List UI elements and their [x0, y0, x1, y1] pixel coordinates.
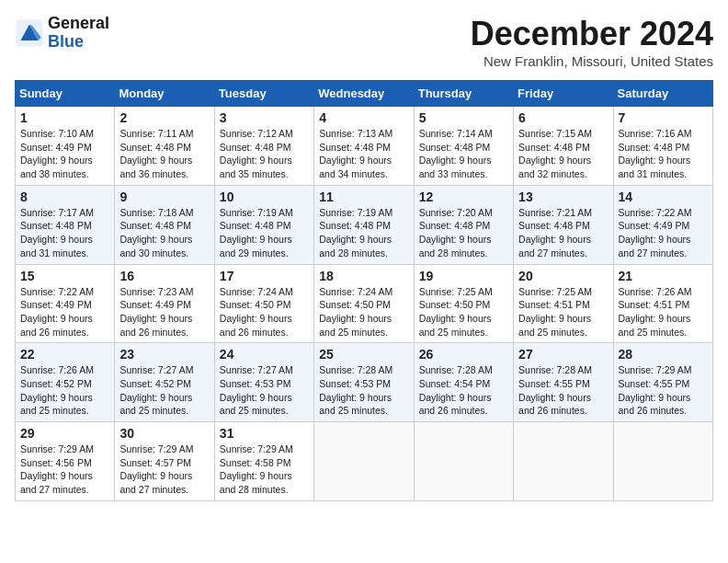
day-number: 22 — [20, 347, 109, 362]
header-day: Saturday — [613, 81, 712, 107]
header-day: Wednesday — [314, 81, 414, 107]
day-number: 3 — [220, 110, 309, 125]
day-number: 29 — [20, 426, 109, 441]
day-number: 9 — [119, 190, 209, 204]
calendar-week-row: 22 Sunrise: 7:26 AMSunset: 4:52 PMDaylig… — [16, 343, 713, 422]
calendar-cell: 6 Sunrise: 7:15 AMSunset: 4:48 PMDayligh… — [514, 107, 613, 186]
logo-line2: Blue — [48, 32, 84, 51]
calendar-cell: 28 Sunrise: 7:29 AMSunset: 4:55 PMDaylig… — [613, 343, 712, 422]
calendar-cell: 16 Sunrise: 7:23 AMSunset: 4:49 PMDaylig… — [115, 264, 214, 343]
day-info: Sunrise: 7:19 AMSunset: 4:48 PMDaylight:… — [319, 207, 392, 259]
calendar-cell: 5 Sunrise: 7:14 AMSunset: 4:48 PMDayligh… — [414, 107, 513, 186]
calendar-cell — [414, 422, 513, 501]
day-info: Sunrise: 7:28 AMSunset: 4:54 PMDaylight:… — [419, 364, 493, 416]
day-number: 14 — [619, 190, 708, 204]
calendar-week-row: 15 Sunrise: 7:22 AMSunset: 4:49 PMDaylig… — [16, 264, 713, 343]
day-info: Sunrise: 7:29 AMSunset: 4:57 PMDaylight:… — [119, 443, 193, 495]
calendar-cell — [314, 422, 414, 501]
day-info: Sunrise: 7:24 AMSunset: 4:50 PMDaylight:… — [220, 286, 293, 338]
calendar-week-row: 1 Sunrise: 7:10 AMSunset: 4:49 PMDayligh… — [16, 107, 713, 186]
calendar-cell: 12 Sunrise: 7:20 AMSunset: 4:48 PMDaylig… — [414, 185, 513, 264]
logo-text: General Blue — [48, 15, 109, 52]
calendar-cell: 31 Sunrise: 7:29 AMSunset: 4:58 PMDaylig… — [214, 422, 313, 501]
day-number: 18 — [319, 269, 408, 283]
title-block: December 2024 New Franklin, Missouri, Un… — [471, 15, 713, 69]
calendar-cell: 11 Sunrise: 7:19 AMSunset: 4:48 PMDaylig… — [314, 185, 414, 264]
calendar-week-row: 29 Sunrise: 7:29 AMSunset: 4:56 PMDaylig… — [16, 422, 713, 501]
calendar-table: SundayMondayTuesdayWednesdayThursdayFrid… — [15, 80, 713, 501]
day-info: Sunrise: 7:26 AMSunset: 4:52 PMDaylight:… — [20, 364, 94, 416]
calendar-cell: 10 Sunrise: 7:19 AMSunset: 4:48 PMDaylig… — [214, 185, 313, 264]
calendar-cell: 19 Sunrise: 7:25 AMSunset: 4:50 PMDaylig… — [414, 264, 513, 343]
day-number: 25 — [319, 347, 408, 362]
day-number: 17 — [220, 269, 309, 283]
day-info: Sunrise: 7:26 AMSunset: 4:51 PMDaylight:… — [619, 286, 692, 338]
calendar-cell: 2 Sunrise: 7:11 AMSunset: 4:48 PMDayligh… — [115, 107, 214, 186]
day-number: 30 — [119, 426, 209, 441]
calendar-cell: 30 Sunrise: 7:29 AMSunset: 4:57 PMDaylig… — [115, 422, 214, 501]
day-info: Sunrise: 7:29 AMSunset: 4:55 PMDaylight:… — [619, 364, 692, 416]
calendar-cell: 15 Sunrise: 7:22 AMSunset: 4:49 PMDaylig… — [16, 264, 115, 343]
logo: General Blue — [15, 15, 109, 52]
header-day: Tuesday — [214, 81, 313, 107]
calendar-cell: 22 Sunrise: 7:26 AMSunset: 4:52 PMDaylig… — [16, 343, 115, 422]
day-info: Sunrise: 7:24 AMSunset: 4:50 PMDaylight:… — [319, 286, 392, 338]
day-number: 20 — [518, 269, 608, 283]
day-info: Sunrise: 7:18 AMSunset: 4:48 PMDaylight:… — [119, 207, 193, 259]
calendar-cell: 1 Sunrise: 7:10 AMSunset: 4:49 PMDayligh… — [16, 107, 115, 186]
day-number: 8 — [20, 190, 109, 204]
logo-line1: General — [48, 14, 109, 32]
day-info: Sunrise: 7:23 AMSunset: 4:49 PMDaylight:… — [119, 286, 193, 338]
calendar-cell: 24 Sunrise: 7:27 AMSunset: 4:53 PMDaylig… — [214, 343, 313, 422]
calendar-cell: 21 Sunrise: 7:26 AMSunset: 4:51 PMDaylig… — [613, 264, 712, 343]
header-row: SundayMondayTuesdayWednesdayThursdayFrid… — [16, 81, 713, 107]
header-day: Thursday — [414, 81, 513, 107]
day-info: Sunrise: 7:19 AMSunset: 4:48 PMDaylight:… — [220, 207, 293, 259]
day-info: Sunrise: 7:28 AMSunset: 4:53 PMDaylight:… — [319, 364, 392, 416]
day-number: 11 — [319, 190, 408, 204]
calendar-cell: 9 Sunrise: 7:18 AMSunset: 4:48 PMDayligh… — [115, 185, 214, 264]
day-info: Sunrise: 7:15 AMSunset: 4:48 PMDaylight:… — [518, 128, 592, 179]
day-number: 23 — [119, 347, 209, 362]
calendar-cell: 23 Sunrise: 7:27 AMSunset: 4:52 PMDaylig… — [115, 343, 214, 422]
calendar-cell — [613, 422, 712, 501]
day-info: Sunrise: 7:21 AMSunset: 4:48 PMDaylight:… — [518, 207, 592, 259]
day-number: 27 — [518, 347, 608, 362]
day-info: Sunrise: 7:10 AMSunset: 4:49 PMDaylight:… — [20, 128, 94, 179]
calendar-cell: 14 Sunrise: 7:22 AMSunset: 4:49 PMDaylig… — [613, 185, 712, 264]
day-info: Sunrise: 7:22 AMSunset: 4:49 PMDaylight:… — [20, 286, 94, 338]
calendar-cell: 25 Sunrise: 7:28 AMSunset: 4:53 PMDaylig… — [314, 343, 414, 422]
location: New Franklin, Missouri, United States — [471, 53, 713, 69]
header-day: Monday — [115, 81, 214, 107]
day-number: 1 — [20, 110, 109, 125]
day-info: Sunrise: 7:20 AMSunset: 4:48 PMDaylight:… — [419, 207, 493, 259]
day-number: 5 — [419, 110, 508, 125]
calendar-cell: 8 Sunrise: 7:17 AMSunset: 4:48 PMDayligh… — [16, 185, 115, 264]
day-info: Sunrise: 7:22 AMSunset: 4:49 PMDaylight:… — [619, 207, 692, 259]
day-number: 7 — [619, 110, 708, 125]
day-info: Sunrise: 7:25 AMSunset: 4:51 PMDaylight:… — [518, 286, 592, 338]
calendar-header: SundayMondayTuesdayWednesdayThursdayFrid… — [16, 81, 713, 107]
day-number: 12 — [419, 190, 508, 204]
day-number: 15 — [20, 269, 109, 283]
day-number: 4 — [319, 110, 408, 125]
day-number: 6 — [518, 110, 608, 125]
day-info: Sunrise: 7:12 AMSunset: 4:48 PMDaylight:… — [220, 128, 293, 179]
calendar-cell: 20 Sunrise: 7:25 AMSunset: 4:51 PMDaylig… — [514, 264, 613, 343]
calendar-cell: 17 Sunrise: 7:24 AMSunset: 4:50 PMDaylig… — [214, 264, 313, 343]
page-header: General Blue December 2024 New Franklin,… — [15, 15, 713, 69]
day-number: 28 — [619, 347, 708, 362]
logo-icon — [15, 18, 44, 48]
day-number: 31 — [220, 426, 309, 441]
day-info: Sunrise: 7:11 AMSunset: 4:48 PMDaylight:… — [119, 128, 193, 179]
day-info: Sunrise: 7:17 AMSunset: 4:48 PMDaylight:… — [20, 207, 94, 259]
calendar-body: 1 Sunrise: 7:10 AMSunset: 4:49 PMDayligh… — [16, 107, 713, 501]
day-info: Sunrise: 7:27 AMSunset: 4:53 PMDaylight:… — [220, 364, 293, 416]
month-title: December 2024 — [471, 15, 713, 53]
day-info: Sunrise: 7:25 AMSunset: 4:50 PMDaylight:… — [419, 286, 493, 338]
day-number: 24 — [220, 347, 309, 362]
calendar-cell: 18 Sunrise: 7:24 AMSunset: 4:50 PMDaylig… — [314, 264, 414, 343]
day-info: Sunrise: 7:28 AMSunset: 4:55 PMDaylight:… — [518, 364, 592, 416]
header-day: Friday — [514, 81, 613, 107]
day-info: Sunrise: 7:13 AMSunset: 4:48 PMDaylight:… — [319, 128, 392, 179]
